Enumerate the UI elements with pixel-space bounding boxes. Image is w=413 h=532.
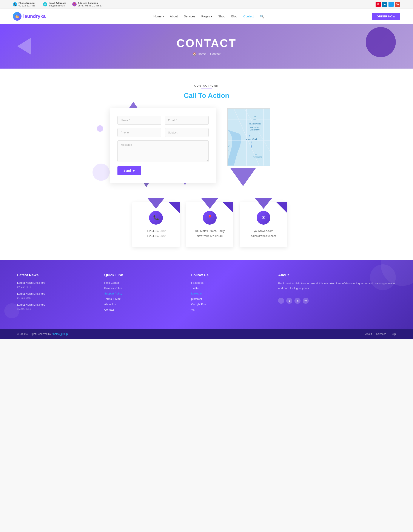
pinterest-icon[interactable]: P — [375, 2, 381, 7]
message-textarea[interactable] — [118, 140, 209, 162]
address-text: Address Location 25737 US Rt 11, NY 13 — [78, 2, 103, 7]
bottom-services-link[interactable]: Services — [376, 332, 386, 335]
contact-form: Send ➤ — [110, 108, 216, 183]
svg-text:New York: New York — [246, 138, 258, 141]
footer-link-help[interactable]: Help Center — [104, 281, 182, 284]
footer-facebook-icon[interactable]: f — [278, 298, 284, 304]
footer-vk-icon[interactable]: vk — [303, 298, 309, 304]
svg-text:UPP: UPP — [253, 116, 256, 118]
footer-twitter-link[interactable]: Twitter — [191, 286, 270, 290]
email-input[interactable] — [165, 116, 209, 125]
footer-twitter-icon[interactable]: t — [286, 298, 292, 304]
top-bar-left: 📞 Phone Number 00-123-123-4567 ✉ Email A… — [13, 2, 103, 7]
hero-left-arrow — [17, 38, 31, 55]
footer-follow-title: Follow Us — [191, 273, 270, 277]
footer-grid: Latest News Latest News Link Here 22 Mar… — [17, 273, 396, 314]
location-icon: 📍 — [72, 2, 77, 6]
contact-section: CONTACTFORM Call To Action Send ➤ — [0, 68, 413, 198]
bottom-help-link[interactable]: Help — [390, 332, 396, 335]
map-wrapper: UPP EAST HELL'S KITCHEN MIDTOWN MANHATTA… — [227, 108, 303, 166]
contact-content-wrapper: Send ➤ — [110, 108, 303, 183]
email-card-icon: ✉ — [257, 211, 270, 225]
footer-news-link-1[interactable]: Latest News Link Here — [17, 281, 96, 284]
breadcrumb: 🏠 Home / Contact — [193, 52, 221, 56]
footer: Latest News Latest News Link Here 22 Mar… — [0, 260, 413, 329]
search-icon[interactable]: 🔍 — [260, 14, 264, 19]
info-card-corner-phone — [169, 202, 180, 213]
footer-news-link-3[interactable]: Latest News Link Here — [17, 303, 96, 306]
nav-home[interactable]: Home ▾ — [154, 15, 164, 18]
footer-news-date-2: 21 Dec, 2019 — [17, 297, 31, 299]
footer-deco-circle-2 — [370, 264, 396, 290]
order-now-button[interactable]: ORDER NOW — [372, 13, 400, 20]
address-card-text: 189 Matex Street, Badly New York, NY-125… — [193, 228, 227, 238]
address-card-icon: 📍 — [203, 211, 216, 225]
svg-text:MANHATTAN: MANHATTAN — [250, 129, 260, 131]
footer-pinterest-link[interactable]: pintarest — [191, 297, 270, 301]
nav-shop[interactable]: Shop — [218, 15, 226, 18]
phone-info: 📞 Phone Number 00-123-123-4567 — [13, 2, 37, 7]
info-card-phone: 📞 +1-234-567-8991 +1-234-567-8991 — [132, 202, 180, 247]
footer-link-about-us[interactable]: About Us — [104, 303, 182, 306]
footer-news-item-2: Latest News Link Here 21 Dec, 2019 — [17, 292, 96, 300]
footer-news-title: Latest News — [17, 273, 96, 277]
footer-col-follow: Follow Us Facebook Twitter Linkedin pint… — [191, 273, 270, 314]
info-card-email: ✉ your@web.com sales@website.com — [240, 202, 287, 247]
svg-text:EAST: EAST — [253, 118, 257, 120]
footer-col-quick-link: Quick Link Help Center Privicey Police S… — [104, 273, 182, 314]
footer-link-terms[interactable]: Terms & Max — [104, 297, 182, 301]
footer-news-link-2[interactable]: Latest News Link Here — [17, 292, 96, 295]
phone-input[interactable] — [118, 128, 161, 137]
section-title: Call To Action — [13, 92, 400, 100]
linkedin-icon[interactable]: in — [382, 2, 387, 7]
card-top-tri — [147, 198, 165, 209]
brand-link[interactable]: theme_group — [52, 332, 68, 335]
footer-about-divider — [278, 294, 396, 294]
subject-input[interactable] — [165, 128, 209, 137]
footer-vk-link[interactable]: Vk — [191, 308, 270, 311]
footer-deco-circle-3 — [4, 303, 19, 318]
footer-facebook-link[interactable]: Facebook — [191, 281, 270, 284]
footer-quick-link-title: Quick Link — [104, 273, 182, 277]
footer-link-privacy[interactable]: Privicey Police — [104, 286, 182, 290]
footer-instagram-icon[interactable]: in — [295, 298, 301, 304]
footer-linkedin-link[interactable]: Linkedin — [191, 292, 270, 295]
form-row-1 — [118, 116, 209, 125]
footer-bottom-links: About Services Help — [365, 332, 396, 335]
info-card-corner-address — [223, 202, 233, 213]
info-card-corner-email — [276, 202, 287, 213]
svg-text:BF: BF — [255, 154, 257, 155]
footer-news-date-1: 22 Mar, 2010 — [17, 286, 31, 288]
bottom-about-link[interactable]: About — [365, 332, 372, 335]
nav-about[interactable]: About — [170, 15, 178, 18]
footer-news-item-3: Latest News Link Here 15 Jan, 2011 — [17, 303, 96, 311]
card-top-tri-3 — [255, 198, 272, 209]
send-button[interactable]: Send ➤ — [118, 166, 141, 175]
breadcrumb-home-link[interactable]: Home — [198, 52, 206, 56]
footer-link-contact[interactable]: Contact — [104, 308, 182, 311]
address-info: 📍 Address Location 25737 US Rt 11, NY 13 — [72, 2, 103, 7]
nav-services[interactable]: Services — [184, 15, 195, 18]
twitter-icon[interactable]: t — [388, 2, 394, 7]
gplus-icon[interactable]: G+ — [395, 2, 400, 7]
footer-googleplus-link[interactable]: Google Plus — [191, 303, 270, 306]
phone-card-text: +1-234-567-8991 +1-234-567-8991 — [139, 228, 173, 238]
deco-circle-small — [97, 125, 103, 132]
logo-text: laundryka — [23, 14, 46, 19]
phone-card-icon: 📞 — [149, 211, 163, 225]
section-label: CONTACTFORM — [194, 84, 219, 89]
breadcrumb-current: Contact — [210, 52, 220, 56]
info-card-address: 📍 189 Matex Street, Badly New York, NY-1… — [186, 202, 233, 247]
hero-banner: CONTACT 🏠 Home / Contact — [0, 24, 413, 68]
footer-bottom: © 2030 All Right Reserved by theme_group… — [0, 329, 413, 339]
footer-link-support[interactable]: Support Policy — [104, 292, 182, 295]
email-icon: ✉ — [43, 2, 47, 6]
navbar: 🧺 laundryka Home ▾ About Services Pages … — [0, 9, 413, 24]
name-input[interactable] — [118, 116, 161, 125]
nav-blog[interactable]: Blog — [231, 15, 237, 18]
nav-contact[interactable]: Contact — [243, 15, 254, 18]
hero-right-circle — [366, 27, 396, 57]
logo: 🧺 laundryka — [13, 12, 46, 21]
email-text: Email Address: lndy@mail.com — [49, 2, 66, 7]
nav-pages[interactable]: Pages ▾ — [201, 15, 212, 18]
